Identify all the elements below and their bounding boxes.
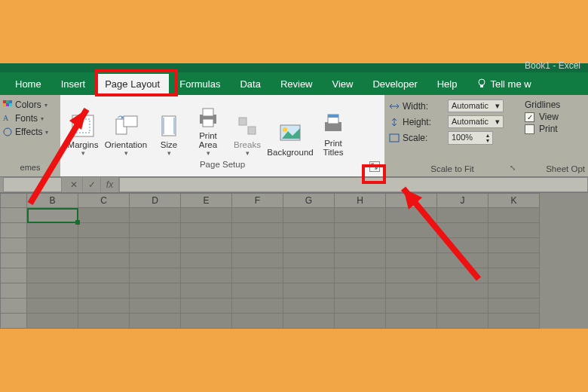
cell[interactable] xyxy=(386,314,437,329)
col-header[interactable]: G xyxy=(283,193,335,208)
formula-input[interactable] xyxy=(119,177,588,192)
cell[interactable] xyxy=(488,299,540,314)
breaks-button[interactable]: Breaks▾ xyxy=(229,100,265,158)
cell[interactable] xyxy=(130,299,181,314)
cell[interactable] xyxy=(283,283,335,299)
cell[interactable] xyxy=(386,268,437,283)
col-header[interactable]: H xyxy=(335,193,386,208)
cell[interactable] xyxy=(181,208,232,223)
tab-data[interactable]: Data xyxy=(231,74,269,94)
margins-button[interactable]: Margins▾ xyxy=(65,100,101,158)
cell[interactable] xyxy=(386,238,437,253)
cell[interactable] xyxy=(27,238,78,253)
cell[interactable] xyxy=(283,223,335,238)
row-header[interactable] xyxy=(0,299,27,314)
fonts-button[interactable]: A Fonts▾ xyxy=(3,113,57,124)
cell[interactable] xyxy=(232,223,283,238)
cell[interactable] xyxy=(232,283,283,299)
cell[interactable] xyxy=(78,268,130,283)
col-header[interactable]: K xyxy=(488,193,540,208)
cell[interactable] xyxy=(386,223,437,238)
view-checkbox[interactable]: ✓View xyxy=(525,112,583,122)
cell[interactable] xyxy=(78,314,130,329)
tab-insert[interactable]: Insert xyxy=(52,74,95,94)
cell[interactable] xyxy=(283,314,335,329)
col-header[interactable]: B xyxy=(27,193,78,208)
cell[interactable] xyxy=(437,208,488,223)
tell-me[interactable]: Tell me w xyxy=(467,74,540,94)
cell[interactable] xyxy=(335,253,386,268)
cell[interactable] xyxy=(335,283,386,299)
colors-button[interactable]: Colors▾ xyxy=(3,100,57,110)
cell[interactable] xyxy=(78,238,130,253)
fx-button[interactable]: fx xyxy=(101,177,119,192)
row-header[interactable] xyxy=(0,223,27,238)
cell[interactable] xyxy=(130,208,181,223)
cell[interactable] xyxy=(27,253,78,268)
cell[interactable] xyxy=(130,253,181,268)
print-area-button[interactable]: Print Area▾ xyxy=(190,100,226,158)
cell[interactable] xyxy=(488,223,540,238)
cell[interactable] xyxy=(488,208,540,223)
cell[interactable] xyxy=(130,314,181,329)
cell[interactable] xyxy=(78,223,130,238)
row-header[interactable] xyxy=(0,283,27,299)
row-header[interactable] xyxy=(0,238,27,253)
cell[interactable] xyxy=(437,238,488,253)
cell[interactable] xyxy=(386,253,437,268)
row-header[interactable] xyxy=(0,314,27,329)
tab-developer[interactable]: Developer xyxy=(363,74,426,94)
accept-formula[interactable]: ✓ xyxy=(83,177,101,192)
cell[interactable] xyxy=(488,238,540,253)
tab-home[interactable]: Home xyxy=(6,74,51,94)
print-checkbox[interactable]: Print xyxy=(525,124,583,134)
cell[interactable] xyxy=(232,238,283,253)
cell[interactable] xyxy=(283,253,335,268)
name-box[interactable] xyxy=(3,177,62,192)
cell[interactable] xyxy=(232,253,283,268)
cell[interactable] xyxy=(386,299,437,314)
scale-spinner[interactable]: 100%▴▾ xyxy=(448,131,493,145)
height-select[interactable]: Automatic▾ xyxy=(448,115,504,128)
cell[interactable] xyxy=(437,283,488,299)
cell[interactable] xyxy=(181,283,232,299)
orientation-button[interactable]: Orientation▾ xyxy=(104,100,148,158)
cell[interactable] xyxy=(181,314,232,329)
tab-page-layout[interactable]: Page Layout xyxy=(96,74,169,94)
col-header[interactable]: D xyxy=(130,193,181,208)
cell[interactable] xyxy=(335,314,386,329)
cell[interactable] xyxy=(232,268,283,283)
cell[interactable] xyxy=(386,283,437,299)
tab-review[interactable]: Review xyxy=(271,74,322,94)
cancel-formula[interactable]: ✕ xyxy=(65,177,83,192)
cell[interactable] xyxy=(232,299,283,314)
col-header[interactable]: J xyxy=(437,193,488,208)
cell[interactable] xyxy=(130,223,181,238)
cell[interactable] xyxy=(488,268,540,283)
size-button[interactable]: Size▾ xyxy=(151,100,187,158)
cell[interactable] xyxy=(488,314,540,329)
cell[interactable] xyxy=(78,253,130,268)
select-all-corner[interactable] xyxy=(0,193,27,208)
cell[interactable] xyxy=(335,268,386,283)
cell[interactable] xyxy=(283,299,335,314)
cell[interactable] xyxy=(488,283,540,299)
cell[interactable] xyxy=(130,283,181,299)
cell[interactable] xyxy=(335,238,386,253)
cell[interactable] xyxy=(437,299,488,314)
row-header[interactable] xyxy=(0,253,27,268)
cell[interactable] xyxy=(27,268,78,283)
cell[interactable] xyxy=(437,253,488,268)
cell[interactable] xyxy=(335,223,386,238)
cell[interactable] xyxy=(181,238,232,253)
cell[interactable] xyxy=(283,268,335,283)
background-button[interactable]: Background xyxy=(268,100,312,158)
row-header[interactable] xyxy=(0,208,27,223)
col-header[interactable]: F xyxy=(232,193,283,208)
cell[interactable] xyxy=(27,299,78,314)
cell[interactable] xyxy=(78,283,130,299)
cell[interactable] xyxy=(78,208,130,223)
print-titles-button[interactable]: Print Titles xyxy=(315,100,351,158)
cell[interactable] xyxy=(283,238,335,253)
tab-help[interactable]: Help xyxy=(428,74,467,94)
